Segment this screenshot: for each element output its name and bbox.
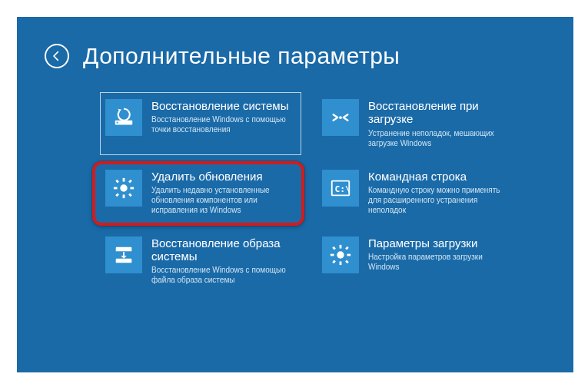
tile-text: Командная строка Командную строку можно … [368, 170, 513, 215]
advanced-options-screen: Дополнительные параметры Восстановление … [17, 17, 573, 372]
back-button[interactable] [45, 44, 69, 68]
startup-repair-icon [322, 99, 359, 136]
tile-uninstall-updates[interactable]: Удалить обновления Удалить недавно устан… [100, 163, 301, 222]
tile-desc: Восстановление Windows с помощью точки в… [151, 114, 296, 134]
tile-title: Восстановление образа системы [151, 237, 296, 263]
svg-rect-19 [331, 253, 334, 256]
svg-point-3 [120, 184, 127, 191]
svg-rect-6 [114, 187, 118, 189]
tile-startup-repair[interactable]: Восстановление при загрузке Устранение н… [317, 92, 518, 155]
tile-image-recovery[interactable]: Восстановление образа системы Восстановл… [100, 230, 301, 293]
svg-rect-17 [340, 245, 342, 249]
tile-desc: Удалить недавно установленные обновления… [151, 185, 296, 215]
tile-text: Восстановление при загрузке Устранение н… [368, 99, 513, 148]
tile-desc: Восстановление Windows с помощью файла о… [151, 265, 296, 285]
svg-point-2 [339, 116, 342, 119]
svg-rect-20 [347, 253, 350, 256]
svg-rect-7 [130, 187, 134, 189]
tile-title: Параметры загрузки [368, 237, 513, 250]
tile-text: Параметры загрузки Настройка параметров … [368, 237, 513, 286]
svg-rect-21 [332, 246, 336, 250]
svg-rect-15 [116, 258, 132, 263]
command-prompt-icon: C:\ [322, 170, 359, 207]
svg-rect-4 [123, 177, 125, 181]
tile-text: Восстановление системы Восстановление Wi… [151, 99, 296, 148]
image-recovery-icon [105, 237, 142, 273]
startup-settings-icon [322, 237, 359, 273]
svg-rect-1 [117, 122, 118, 124]
tile-text: Удалить обновления Удалить недавно устан… [151, 170, 296, 215]
uninstall-updates-icon [105, 170, 142, 207]
tile-system-restore[interactable]: Восстановление системы Восстановление Wi… [100, 92, 301, 155]
svg-rect-22 [345, 260, 349, 263]
svg-rect-8 [115, 179, 119, 183]
svg-rect-9 [128, 193, 132, 197]
svg-text:C:\: C:\ [335, 184, 351, 194]
svg-rect-11 [115, 193, 119, 197]
back-arrow-icon [51, 50, 63, 62]
tile-title: Восстановление системы [151, 99, 296, 112]
options-grid: Восстановление системы Восстановление Wi… [100, 92, 518, 292]
header: Дополнительные параметры [45, 43, 400, 69]
svg-rect-24 [332, 260, 336, 263]
svg-rect-18 [340, 261, 342, 265]
tile-desc: Устранение неполадок, мешающих загрузке … [368, 128, 513, 148]
tile-title: Удалить обновления [151, 170, 296, 183]
svg-rect-5 [123, 194, 125, 198]
tile-title: Восстановление при загрузке [368, 99, 513, 126]
tile-desc: Командную строку можно применять для рас… [368, 185, 513, 215]
tile-startup-settings[interactable]: Параметры загрузки Настройка параметров … [317, 230, 518, 293]
tile-command-prompt[interactable]: C:\ Командная строка Командную строку мо… [317, 163, 518, 222]
svg-point-16 [337, 251, 344, 258]
svg-rect-14 [116, 246, 132, 251]
tile-desc: Настройка параметров загрузки Windows [368, 252, 513, 272]
tile-text: Восстановление образа системы Восстановл… [151, 237, 296, 286]
page-title: Дополнительные параметры [83, 43, 400, 69]
svg-rect-23 [345, 246, 349, 250]
tile-title: Командная строка [368, 170, 513, 183]
restore-point-icon [105, 99, 142, 136]
svg-rect-10 [128, 179, 132, 183]
